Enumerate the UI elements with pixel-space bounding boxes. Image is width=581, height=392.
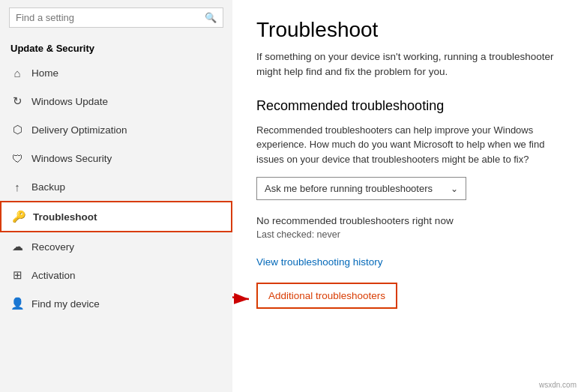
home-icon: ⌂ (10, 66, 24, 79)
red-arrow-annotation (232, 260, 256, 305)
sidebar-item-label-recovery: Recovery (31, 241, 222, 253)
sidebar: 🔍 Update & Security ⌂Home↻Windows Update… (0, 0, 232, 392)
main-content: Troubleshoot If something on your device… (232, 0, 581, 392)
windows-security-icon: 🛡 (10, 151, 24, 165)
sidebar-item-windows-update[interactable]: ↻Windows Update (0, 87, 232, 115)
find-my-device-icon: 👤 (10, 297, 24, 310)
sidebar-item-label-activation: Activation (31, 270, 222, 281)
sidebar-item-home[interactable]: ⌂Home (0, 58, 232, 87)
sidebar-item-label-delivery-optimization: Delivery Optimization (31, 124, 222, 136)
recommended-description: Recommended troubleshooters can help imp… (256, 123, 557, 167)
sidebar-item-label-troubleshoot: Troubleshoot (33, 211, 220, 223)
search-box[interactable]: 🔍 (9, 7, 223, 28)
backup-icon: ↑ (10, 180, 24, 193)
arrow-container: Additional troubleshooters (256, 283, 557, 309)
sidebar-section-title: Update & Security (0, 35, 232, 58)
last-checked-text: Last checked: never (256, 229, 557, 240)
additional-troubleshooters-button[interactable]: Additional troubleshooters (256, 283, 397, 309)
chevron-down-icon: ⌄ (451, 184, 458, 194)
activation-icon: ⊞ (10, 268, 24, 282)
windows-update-icon: ↻ (10, 94, 24, 108)
dropdown-value: Ask me before running troubleshooters (265, 183, 433, 194)
sidebar-item-activation[interactable]: ⊞Activation (0, 261, 232, 289)
delivery-optimization-icon: ⬡ (10, 123, 24, 136)
view-history-link[interactable]: View troubleshooting history (256, 256, 557, 268)
search-icon: 🔍 (205, 12, 217, 23)
sidebar-item-find-my-device[interactable]: 👤Find my device (0, 289, 232, 318)
sidebar-items-container: ⌂Home↻Windows Update⬡Delivery Optimizati… (0, 58, 232, 318)
watermark: wsxdn.com (539, 381, 577, 389)
search-input[interactable] (16, 12, 200, 23)
sidebar-item-backup[interactable]: ↑Backup (0, 172, 232, 201)
sidebar-item-troubleshoot[interactable]: 🔑Troubleshoot (0, 201, 232, 232)
sidebar-item-recovery[interactable]: ☁Recovery (0, 232, 232, 261)
sidebar-item-windows-security[interactable]: 🛡Windows Security (0, 144, 232, 172)
page-title: Troubleshoot (256, 18, 557, 42)
sidebar-item-label-windows-security: Windows Security (31, 153, 222, 164)
troubleshoot-icon: 🔑 (12, 210, 25, 223)
recovery-icon: ☁ (10, 240, 24, 253)
sidebar-item-label-home: Home (31, 67, 222, 79)
search-box-container: 🔍 (0, 0, 232, 35)
sidebar-item-delivery-optimization[interactable]: ⬡Delivery Optimization (0, 115, 232, 144)
sidebar-item-label-backup: Backup (31, 181, 222, 193)
page-description: If something on your device isn't workin… (256, 49, 557, 80)
recommended-section-title: Recommended troubleshooting (256, 98, 557, 114)
sidebar-item-label-find-my-device: Find my device (31, 298, 222, 310)
sidebar-item-label-windows-update: Windows Update (31, 96, 222, 107)
status-text: No recommended troubleshooters right now (256, 215, 557, 226)
troubleshooter-dropdown[interactable]: Ask me before running troubleshooters ⌄ (256, 177, 466, 200)
